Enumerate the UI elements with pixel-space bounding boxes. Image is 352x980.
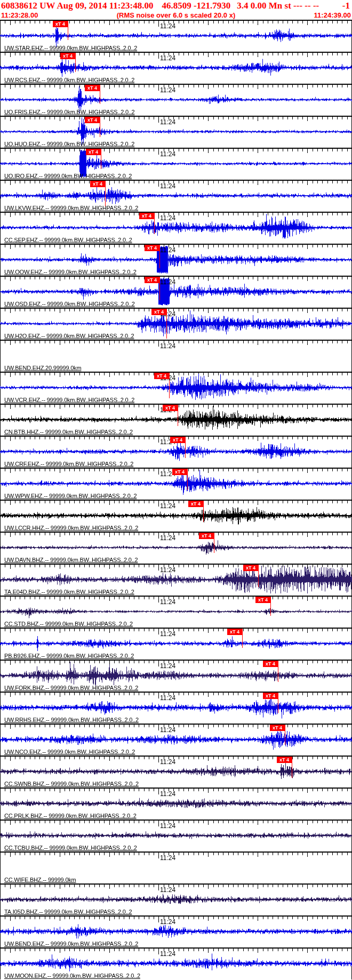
event-magnitude-info: 3.4 0.00 Mn st --- -- -- [237,0,319,11]
station-label[interactable]: UO.HUO.EHZ.-- 99999.0km.BW..HIGHPASS..2.… [4,141,134,147]
pick-flag[interactable]: xT 4 [85,85,100,91]
time-window-line: 11:23:28.00 (RMS noise over 6.0 s scaled… [1,11,351,19]
station-label[interactable]: UO.FRIS.EHZ.-- 99999.0km.BW..HIGHPASS..2… [4,109,134,115]
station-label[interactable]: CC.TCBU.BHZ.-- 99999.0km.BW..HIGHPASS..2… [4,845,137,851]
station-label[interactable]: UW.CRF.EHZ.-- 99999.0km.BW..HIGHPASS..2.… [4,461,133,467]
pick-flag[interactable]: xT 4 [263,661,278,667]
station-label[interactable]: CN.BTB.HHZ.-- 99999.0km.BW..HIGHPASS..2.… [4,429,133,435]
pick-line [270,597,271,616]
station-label[interactable]: UW.DAVN.BHZ.-- 99999.0km.BW..HIGHPASS..2… [4,557,138,563]
trace-panel: 11:24 CC.WIFE.BHZ.-- 99999.0km [1,852,351,883]
station-label[interactable]: TA.I05D.BHZ.-- 99999.0km.BW..HIGHPASS..2… [4,909,132,915]
station-label[interactable]: UW.VCR.EHZ.-- 99999.0km.BW..HIGHPASS..2.… [4,397,134,403]
station-label[interactable]: PB.B926.EHZ.-- 99999.0km.BW..HIGHPASS..2… [4,653,134,659]
pick-line [154,213,155,234]
header: 60838612 UW Aug 09, 2014 11:23:48.00 46.… [0,0,352,20]
trace-panel: 11:24 xT 4 UW.STAR.EHZ.-- 99999.0km.BW..… [1,20,351,52]
pick-flag[interactable]: xT 4 [86,149,101,155]
trace-panel: 11:24 xT 4 UW.H2O.EHZ.-- 99999.0km.BW..H… [1,308,351,340]
trace-panel: 11:24 TA.I05D.BHZ.-- 99999.0km.BW..HIGHP… [1,883,351,915]
pick-flag[interactable]: xT 4 [163,405,178,411]
pick-flag[interactable]: xT 4 [90,181,105,187]
trace-panel: 11:24 xT 4 UW.OOW.EHZ.-- 99999.0km.BW..H… [1,244,351,276]
pick-flag[interactable]: xT 4 [53,21,68,27]
minute-label: 11:24 [160,886,175,894]
pick-flag[interactable]: xT 4 [255,597,270,603]
pick-line [203,501,204,522]
station-label[interactable]: CC.SEP.EHZ.-- 99999.0km.BW..HIGHPASS..2.… [4,237,132,243]
station-label[interactable]: UW.RRHS.EHZ.-- 99999.0km.BW..HIGHPASS..2… [4,717,139,723]
pick-flag[interactable]: xT 4 [270,725,285,731]
pick-line [187,469,188,490]
station-label[interactable]: UW.LKVW.EHZ.-- 99999.0km.BW..HIGHPASS..2… [4,205,138,211]
rms-note: (RMS noise over 6.0 s scaled 20.0 x) [117,11,236,19]
pick-flag[interactable]: xT 4 [199,533,214,539]
pick-flag[interactable]: xT 4 [85,117,100,123]
station-label[interactable]: CC.STD.BHZ.-- 99999.0km.BW..HIGHPASS..2.… [4,621,133,627]
station-label[interactable]: UW.LCCR.HHZ.-- 99999.0km.BW..HIGHPASS..2… [4,525,138,531]
pick-flag[interactable]: xT 4 [151,309,166,315]
pick-flag[interactable]: xT 4 [277,757,292,763]
pick-line [100,85,100,104]
trace-panel: 11:24 xT 4 UW.RRHS.EHZ.-- 99999.0km.BW..… [1,692,351,724]
minute-label: 11:24 [160,598,175,606]
pick-line [68,21,68,40]
pick-line [278,661,278,682]
minute-label: 11:24 [160,662,175,670]
trace-panel: 11:24 UW.BEND.EHZ.20.99999.0km [1,340,351,372]
trace-panel: 11:24 CC.TCBU.BHZ.-- 99999.0km.BW..HIGHP… [1,820,351,852]
trace-panel: 11:24 xT 4 CC.STD.BHZ.-- 99999.0km.BW..H… [1,596,351,628]
station-label[interactable]: UO.IRO.EHZ.-- 99999.0km.BW..HIGHPASS..2.… [4,173,132,179]
event-location: 46.8509 -121.7930 [162,0,230,11]
station-label[interactable]: UW.H2O.EHZ.-- 99999.0km.BW..HIGHPASS..2.… [4,333,134,339]
trace-panel: 11:24 xT 4 UW.DAVN.BHZ.-- 99999.0km.BW..… [1,532,351,564]
station-label[interactable]: UW.WPW.EHZ.-- 99999.0km.BW..HIGHPASS..2.… [4,493,137,499]
minute-label: 11:24 [160,918,175,926]
minute-label: 11:24 [160,790,175,798]
trace-panels-container: 11:24 xT 4 UW.STAR.EHZ.-- 99999.0km.BW..… [0,20,352,979]
pick-flag[interactable]: xT 4 [60,53,75,59]
station-label[interactable]: UW.STAR.EHZ.-- 99999.0km.BW..HIGHPASS..2… [4,45,137,51]
pick-flag[interactable]: xT 4 [145,277,159,283]
station-label[interactable]: UW.MOON.EHZ.-- 99999.0km.BW..HIGHPASS..2… [4,973,140,979]
station-label[interactable]: CC.WIFE.BHZ.-- 99999.0km [4,877,76,883]
window-start-time: 11:23:28.00 [1,11,38,19]
minute-label: 11:24 [160,822,175,830]
station-label[interactable]: UW.BEND.EHZ.-- 99999.0km.BW..HIGHPASS..2… [4,941,138,947]
window-end-time: 11:24:39.00 [314,11,351,19]
minute-label: 11:24 [160,854,175,862]
station-label[interactable]: CC.PRLK.BHZ.-- 99999.0km.BW..HIGHPASS..2… [4,813,137,819]
minute-label: 11:24 [160,534,175,542]
station-label[interactable]: CC.SWNB.BHZ.-- 99999.0km.BW..HIGHPASS..2… [4,781,139,787]
pick-flag[interactable]: xT 4 [170,437,185,443]
pick-flag[interactable]: xT 4 [139,213,154,219]
pick-flag[interactable]: xT 4 [263,693,278,699]
pick-line [101,149,101,169]
minute-label: 11:24 [160,758,175,766]
station-label[interactable]: UW.RCS.EHZ.-- 99999.0km.BW..HIGHPASS..2.… [4,77,134,83]
pick-flag[interactable]: xT 4 [227,629,242,635]
station-label[interactable]: TA.E04D.BHZ.-- 99999.0km.BW..HIGHPASS..2… [4,589,134,595]
pick-line [214,533,214,553]
minute-label: 11:24 [160,630,175,638]
station-label[interactable]: UW.OOW.EHZ.-- 99999.0km.BW..HIGHPASS..2.… [4,269,137,275]
pick-flag[interactable]: xT 4 [243,565,258,571]
station-label[interactable]: UW.OSD.EHZ.-- 99999.0km.BW..HIGHPASS..2.… [4,301,135,307]
pick-line [100,117,100,137]
pick-line [185,437,186,458]
minute-label: 11:24 [160,502,175,510]
pick-flag[interactable]: xT 4 [154,373,169,379]
station-label[interactable]: UW.NCO.EHZ.-- 99999.0km.BW..HIGHPASS..2.… [4,749,135,755]
minute-label: 11:24 [160,694,175,702]
minute-label: 11:24 [160,278,175,286]
pick-line [178,405,178,426]
station-label[interactable]: UW.FORK.BHZ.-- 99999.0km.BW..HIGHPASS..2… [4,685,138,691]
pick-flag[interactable]: xT 4 [172,469,187,475]
station-label[interactable]: UW.BEND.EHZ.20.99999.0km [4,365,81,371]
trace-panel: 11:24 xT 4 UW.WPW.EHZ.-- 99999.0km.BW..H… [1,468,351,500]
trace-panel: 11:24 xT 4 UO.IRO.EHZ.-- 99999.0km.BW..H… [1,148,351,180]
pick-flag[interactable]: xT 4 [145,245,159,251]
minute-label: 11:24 [160,86,175,94]
pick-flag[interactable]: xT 4 [188,501,203,507]
trace-panel: 11:24 UW.BEND.EHZ.-- 99999.0km.BW..HIGHP… [1,915,351,947]
